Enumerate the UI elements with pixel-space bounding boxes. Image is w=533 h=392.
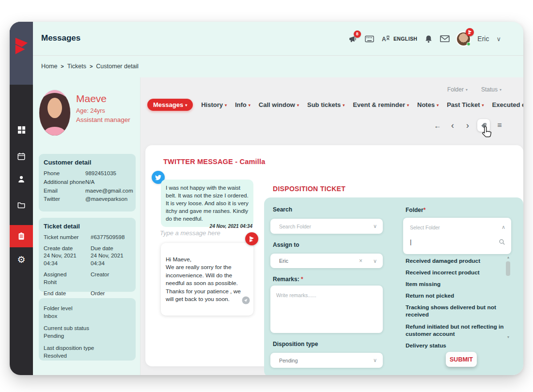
customer-sidebar: Maeve Age: 24yrs Assistant manager Custo…	[33, 77, 141, 375]
online-status-dot	[467, 42, 470, 46]
tab-executed-escalations[interactable]: Executed escalations▾	[492, 101, 523, 108]
field: Due date24 Nov, 2021 04:34	[91, 245, 131, 268]
announcements-button[interactable]: 8	[348, 34, 358, 44]
app-window: ⚙ Messages 8	[10, 22, 523, 375]
tab-messages[interactable]: Messages▾	[147, 99, 193, 111]
svg-text:A: A	[382, 36, 386, 43]
tab-call-window[interactable]: Call window▾	[259, 101, 299, 108]
sidebar-item-customers[interactable]	[10, 168, 33, 190]
field: AssignedRohit	[44, 271, 91, 286]
message-nav-row: ← ‹ › ≡	[432, 119, 505, 132]
sidebar-item-tickets[interactable]	[10, 225, 33, 247]
options-scrollbar[interactable]: ▲ ▼	[505, 256, 511, 339]
folder-option[interactable]: Return not picked	[406, 292, 505, 300]
remarks-textarea[interactable]: Write remarks......	[270, 286, 383, 333]
field: Creator	[91, 271, 131, 286]
status-filter-dropdown[interactable]: Status▾	[481, 86, 502, 93]
user-menu-chevron-icon[interactable]: ∨	[496, 35, 501, 43]
breadcrumb-current: Customer detail	[96, 63, 139, 70]
folder-option[interactable]: Received damaged product	[406, 257, 505, 265]
folder-level-card: Folder levelInbox Current sub statusPend…	[39, 298, 136, 361]
sidebar: ⚙	[10, 22, 33, 375]
customer-detail-card: Customer detail Phone9892451035 Addition…	[39, 154, 136, 211]
avatar-brand-badge	[466, 28, 474, 36]
disposition-type-value: Pending	[279, 358, 373, 363]
folder-option[interactable]: Received incorrect product	[406, 269, 505, 276]
sidebar-item-settings[interactable]: ⚙	[10, 248, 33, 271]
detail-row: Additional phoneN/A	[44, 178, 131, 187]
tab-past-ticket[interactable]: Past Ticket▾	[447, 101, 484, 108]
tab-history[interactable]: History▾	[201, 101, 227, 108]
folder-combobox[interactable]: Select Folder ∧ |	[403, 218, 511, 254]
content-area: Messages 8	[33, 22, 523, 375]
clear-icon[interactable]: ×	[359, 257, 362, 264]
scroll-up-icon[interactable]: ▲	[505, 256, 511, 259]
next-button[interactable]: ›	[462, 120, 473, 131]
folder-option[interactable]: Tracking shows delivered but not receive…	[406, 304, 505, 318]
caret-down-icon: ▾	[343, 103, 345, 107]
notifications-button[interactable]	[424, 34, 433, 44]
page-title: Messages	[41, 33, 80, 43]
keyboard-button[interactable]	[365, 35, 374, 43]
remarks-label: Remarks: *	[273, 276, 303, 283]
card-title: Ticket detail	[44, 223, 131, 230]
search-label: Search	[273, 206, 292, 213]
tab-info[interactable]: Info▾	[235, 101, 251, 108]
caret-down-icon: ▾	[297, 103, 299, 107]
ticket-icon	[17, 232, 26, 241]
sidebar-item-calendar[interactable]	[10, 145, 33, 167]
disposition-type-select[interactable]: Pending ∨	[270, 353, 383, 368]
folder-option[interactable]: Refund initiated but not reflecting in c…	[406, 323, 505, 338]
language-button[interactable]: A	[381, 35, 390, 43]
user-name[interactable]: Eric	[477, 35, 489, 43]
sidebar-item-folders[interactable]	[10, 194, 33, 216]
ticket-number-row: Ticket number #6377509598	[44, 233, 131, 242]
chevron-down-icon: ∨	[373, 223, 377, 229]
customer-name: Maeve	[76, 93, 107, 105]
search-folder-dropdown[interactable]: Search Folder ∨	[270, 219, 383, 234]
folder-level-row: Folder levelInbox	[44, 305, 131, 320]
scroll-down-icon[interactable]: ▼	[505, 335, 511, 339]
folder-label: Folder*	[406, 207, 425, 213]
compose-message-input[interactable]: Type a message here	[160, 229, 220, 237]
submit-button[interactable]: SUBMIT	[446, 352, 477, 367]
message-timestamp: 24 Nov, 2021 04:34	[194, 224, 252, 229]
scrollbar-thumb[interactable]	[506, 261, 510, 276]
folder-option[interactable]: Delivery status	[406, 342, 505, 349]
tab-sub-tickets[interactable]: Sub tickets▾	[307, 101, 345, 108]
card-title: Customer detail	[44, 159, 131, 166]
sidebar-item-dashboard[interactable]	[10, 119, 33, 141]
topbar-actions: 8 A	[348, 22, 501, 56]
chevron-down-icon: ∨	[373, 258, 377, 264]
folder-filter-dropdown[interactable]: Folder▾	[447, 86, 468, 93]
outgoing-message-bubble: Hi Maeve, We are really sorry for the in…	[161, 243, 253, 316]
person-icon	[17, 175, 26, 183]
avatar-art	[47, 98, 62, 118]
grid-icon	[17, 126, 26, 134]
assign-to-select[interactable]: Eric × ∨	[270, 254, 383, 268]
tab-notes[interactable]: Notes▾	[417, 101, 439, 108]
tab-event-reminder[interactable]: Event & reminder▾	[353, 101, 409, 108]
breadcrumb-home[interactable]: Home	[41, 63, 57, 70]
detail-row: Phone9892451035	[44, 169, 131, 178]
language-label[interactable]: ENGLISH	[393, 36, 417, 42]
folder-option[interactable]: Item missing	[406, 281, 505, 288]
brand-logo-icon[interactable]	[13, 36, 30, 58]
assign-to-label: Assign to	[273, 241, 299, 248]
caret-down-icon: ▾	[249, 103, 251, 107]
breadcrumb-separator: >	[90, 63, 93, 69]
back-arrow-button[interactable]: ←	[432, 120, 443, 131]
messages-button[interactable]	[440, 35, 450, 43]
prev-button[interactable]: ‹	[447, 120, 458, 131]
incoming-message-bubble: I was not happy with the waist belt. It …	[161, 180, 253, 227]
calendar-icon	[17, 152, 26, 161]
ticket-fields: Create date24 Nov, 2021 04:34 Due date24…	[44, 242, 131, 298]
sent-status-icon	[242, 288, 250, 312]
field: Create date24 Nov, 2021 04:34	[44, 245, 91, 268]
conversation-title: TWITTER MESSAGE - Camilla	[163, 158, 265, 166]
menu-button[interactable]: ≡	[494, 120, 505, 131]
user-avatar[interactable]	[457, 32, 470, 45]
customer-avatar	[39, 90, 70, 136]
disposition-type-label: Disposition type	[273, 341, 318, 347]
breadcrumb-tickets[interactable]: Tickets	[67, 63, 86, 70]
